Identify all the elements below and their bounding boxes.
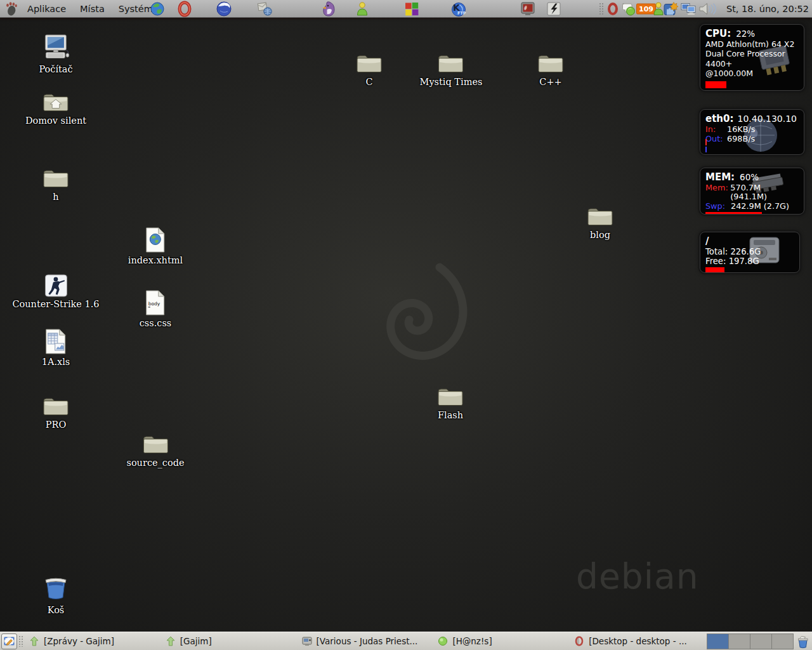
pidgin-icon[interactable]: [321, 1, 336, 17]
desktop-icon-c[interactable]: C++: [537, 44, 565, 87]
desktop-icon-pocitac[interactable]: Počítač: [39, 32, 72, 74]
mem-percent: 60%: [740, 172, 759, 182]
debian-watermark-text: debian: [576, 556, 699, 597]
show-desktop-icon: [3, 635, 15, 647]
task-label: [Desktop - desktop - ...: [589, 636, 687, 646]
desktop-icon-label: source_code: [126, 458, 184, 468]
cpu-percent: 22%: [736, 29, 755, 39]
cpu-monitor: CPU:22% AMD Athlon(tm) 64 X2 Dual Core P…: [700, 24, 804, 91]
opera-icon[interactable]: [177, 1, 192, 17]
opera-tray-icon[interactable]: [607, 3, 619, 15]
root-terminal-icon[interactable]: #: [520, 1, 535, 17]
net-out-value: 698B/s: [727, 135, 755, 143]
gajim-icon[interactable]: [355, 1, 369, 17]
desktop-icon-label: blog: [586, 230, 614, 240]
task-h-nz-s[interactable]: [H@nz!s]: [433, 632, 569, 650]
desktop-icon-index-xhtml[interactable]: index.xhtml: [128, 223, 183, 265]
spreadsheet-file-icon: [42, 324, 70, 355]
task-gajim[interactable]: [Gajim]: [160, 632, 297, 650]
net-in-label: In:: [705, 125, 727, 134]
screens-icon[interactable]: [681, 2, 697, 15]
trash-icon: [43, 573, 69, 603]
desktop-icon-flash[interactable]: Flash: [436, 378, 464, 420]
desktop-icon-label: Počítač: [39, 64, 72, 74]
workspace-switcher: [707, 633, 794, 649]
web-package-icon[interactable]: [256, 1, 273, 17]
workspace-1[interactable]: [707, 634, 729, 649]
color-squares-icon[interactable]: [404, 1, 419, 17]
desktop-icon-source-code[interactable]: source_code: [126, 425, 184, 468]
window-list: [Zprávy - Gajim][Gajim][Various - Judas …: [24, 632, 705, 650]
desktop-icon-label: h: [42, 192, 70, 202]
menu-mista[interactable]: Místa: [73, 0, 112, 18]
clock-applet[interactable]: St, 18. úno, 20:52: [726, 0, 809, 18]
folder-icon: [537, 44, 565, 75]
folder-icon: [126, 425, 184, 456]
trash-applet[interactable]: [795, 634, 810, 649]
debian-swirl-watermark: [339, 246, 492, 399]
task-various-judas-priest[interactable]: [Various - Judas Priest...: [297, 632, 433, 650]
text-editor-icon[interactable]: [546, 1, 561, 17]
task-zpravy-gajim[interactable]: [Zprávy - Gajim]: [24, 632, 160, 650]
tray-drag-handle[interactable]: [599, 3, 603, 15]
network-monitor: eth0:10.40.130.10 In:16KB/s Out:698B/s: [700, 109, 804, 155]
desktop-icon-blog[interactable]: blog: [586, 197, 614, 240]
disk-title: /: [705, 235, 709, 247]
menu-aplikace[interactable]: Aplikace: [20, 0, 73, 18]
desktop-icon-label: C: [355, 77, 383, 87]
cpu-info: AMD Athlon(tm) 64 X2 Dual Core Processor…: [705, 39, 799, 79]
kftp-icon[interactable]: KFTP: [450, 1, 466, 17]
css-file-icon: body: [140, 286, 172, 316]
swap-value: 242.9M (2.7G): [731, 202, 789, 211]
disk-total-label: Total:: [705, 248, 728, 256]
desktop-icon-domov-silent[interactable]: Domov silent: [25, 83, 86, 126]
folder-icon: [42, 387, 70, 418]
mem-title: MEM:: [705, 171, 735, 183]
web-browser-icon[interactable]: [150, 1, 165, 17]
desktop-icon-c[interactable]: C: [355, 44, 383, 87]
speaker-icon[interactable]: [698, 2, 717, 16]
desktop-icon-1a-xls[interactable]: 1A.xls: [42, 324, 70, 367]
show-desktop-button[interactable]: [1, 633, 17, 649]
desktop-icon-pro[interactable]: PRO: [42, 387, 70, 430]
workspace-2[interactable]: [729, 634, 750, 649]
task-label: [H@nz!s]: [452, 636, 492, 646]
desktop-screen: AplikaceMístaSystém KFTP# 109 St, 18. ún…: [0, 0, 812, 650]
workspace-3[interactable]: [750, 634, 772, 649]
desktop-icon-label: PRO: [42, 420, 70, 430]
desktop-icon-css-css[interactable]: bodycss.css: [140, 286, 172, 328]
svg-text:#: #: [524, 5, 527, 11]
desktop-icon-label: Mystiq Times: [420, 77, 483, 87]
iceweasel-icon[interactable]: [216, 1, 232, 17]
net-in-value: 16KB/s: [727, 125, 755, 134]
swap-label: Swp:: [705, 202, 731, 211]
desktop-icon-mystiq-times[interactable]: Mystiq Times: [420, 44, 483, 87]
chat-status-icon[interactable]: [621, 2, 636, 16]
home-folder-icon: [25, 83, 86, 114]
task-desktop-desktop[interactable]: [Desktop - desktop - ...: [569, 632, 705, 650]
counter-strike-icon: [12, 267, 99, 297]
disk-free-value: 197.8G: [729, 257, 759, 266]
desktop-icon-h[interactable]: h: [42, 159, 70, 202]
desktop-icon-kos[interactable]: Koš: [43, 573, 69, 615]
task-label: [Zprávy - Gajim]: [44, 636, 114, 646]
disk-usage-bar: [705, 267, 799, 273]
svg-text:body: body: [148, 301, 160, 307]
net-ip: 10.40.130.10: [737, 114, 797, 124]
xhtml-file-icon: [128, 223, 183, 253]
folder-icon: [420, 44, 483, 75]
desktop-icon-label: index.xhtml: [128, 255, 183, 265]
addons-icon[interactable]: [663, 1, 679, 17]
svg-text:FTP: FTP: [457, 11, 466, 16]
desktop-icon-label: Flash: [436, 410, 464, 420]
task-label: [Gajim]: [180, 636, 212, 646]
top-panel: AplikaceMístaSystém KFTP# 109 St, 18. ún…: [0, 0, 812, 18]
desktop-icon-counter-strike-1-6[interactable]: Counter-Strike 1.6: [12, 267, 99, 309]
gnome-foot-icon[interactable]: [4, 1, 19, 17]
tasklist-drag-handle[interactable]: [18, 635, 23, 647]
disk-total-value: 226.6G: [730, 248, 761, 256]
workspace-4[interactable]: [772, 634, 793, 649]
cpu-title: CPU:: [705, 28, 731, 39]
mem-usage-bar: [705, 212, 799, 215]
mem-label: Mem:: [705, 183, 730, 201]
